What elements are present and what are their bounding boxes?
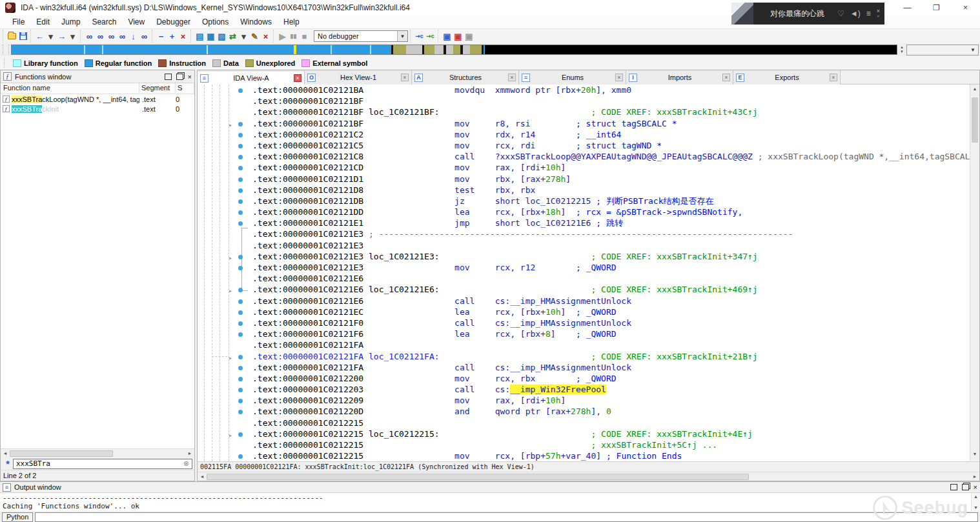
filter-input[interactable] bbox=[14, 459, 183, 468]
function-row[interactable]: ƒxxxSBTrackLoop(tagWND *, __int64, tagSB… bbox=[1, 94, 194, 104]
disasm-line[interactable]: ▸.text:00000001C0212215 loc_1C0212215: ;… bbox=[198, 428, 979, 439]
unhide-item-icon[interactable]: + bbox=[167, 31, 178, 42]
panel-float-icon[interactable] bbox=[176, 74, 183, 80]
breakpoint-delete-icon[interactable]: ▣ bbox=[464, 31, 475, 42]
panel-close-icon[interactable]: × bbox=[974, 484, 977, 490]
menu-view[interactable]: View bbox=[122, 17, 150, 26]
disasm-line[interactable]: .text:00000001C0212215 mov rcx, [rbp+57h… bbox=[198, 450, 979, 461]
disasm-line[interactable]: .text:00000001C02121C2 mov rdx, r14 ; __… bbox=[198, 129, 979, 140]
disasm-line[interactable]: .text:00000001C0212215 ; xxxSBTrackInit+… bbox=[198, 439, 979, 450]
output-window-titlebar[interactable]: ≡ Output window × bbox=[0, 482, 980, 493]
disasm-line[interactable]: .text:00000001C02121FA call cs:__imp_HMA… bbox=[198, 362, 979, 373]
menu-windows[interactable]: Windows bbox=[234, 17, 278, 26]
chart-functions-icon[interactable]: ▤ bbox=[194, 31, 205, 42]
save-file-icon[interactable] bbox=[17, 31, 28, 42]
disasm-line[interactable]: .text:00000001C02121D8 test rbx, rbx bbox=[198, 185, 979, 196]
disasm-line[interactable]: ▸.text:00000001C02121BF mov r8, rsi ; st… bbox=[198, 118, 979, 129]
function-row[interactable]: ƒxxxSBTrackInit.text0 bbox=[1, 104, 194, 114]
disasm-line[interactable]: .text:00000001C0212215 bbox=[198, 417, 979, 428]
disasm-line[interactable]: .text:00000001C02121E6 call cs:__imp_HMA… bbox=[198, 296, 979, 306]
disasm-line[interactable]: .text:00000001C02121E1 jmp short loc_1C0… bbox=[198, 217, 979, 228]
scroll-up-icon[interactable]: ▲ bbox=[974, 494, 978, 499]
tab-close-icon[interactable]: × bbox=[508, 74, 516, 81]
back-dropdown-icon[interactable]: ▾ bbox=[45, 31, 56, 42]
navigate-back-icon[interactable]: ← bbox=[34, 31, 45, 42]
scroll-up-icon[interactable]: ▲ bbox=[970, 85, 979, 94]
music-minimize-icon[interactable]: ▫ bbox=[877, 14, 879, 19]
disasm-line[interactable]: .text:00000001C02121F0 call cs:__imp_HMA… bbox=[198, 317, 979, 328]
menu-file[interactable]: File bbox=[6, 17, 30, 26]
tab-close-icon[interactable]: × bbox=[722, 74, 730, 81]
functions-hscrollbar[interactable]: ◄ ► bbox=[1, 448, 194, 457]
disasm-line[interactable]: .text:00000001C02121E3 mov rcx, r12 ; _Q… bbox=[198, 262, 979, 273]
scroll-left-icon[interactable]: ◄ bbox=[198, 474, 207, 479]
close-button[interactable]: × bbox=[951, 0, 980, 15]
menu-edit[interactable]: Edit bbox=[30, 17, 56, 26]
search-all-icon[interactable]: ∞ bbox=[139, 31, 150, 42]
disasm-line[interactable]: ▸.text:00000001C02121FA loc_1C02121FA: ;… bbox=[198, 351, 979, 362]
xrefs-to-icon[interactable]: ⇄ bbox=[227, 31, 238, 42]
search-text-icon[interactable]: ∞ bbox=[95, 31, 106, 42]
disasm-line[interactable]: .text:00000001C02121E3 bbox=[198, 240, 979, 251]
scrollbar-thumb[interactable] bbox=[207, 474, 749, 480]
panel-close-icon[interactable]: × bbox=[188, 74, 192, 80]
scroll-down-icon[interactable]: ▼ bbox=[974, 505, 978, 510]
step-into-c-icon[interactable]: ⇢c bbox=[414, 31, 425, 42]
disassembly-hscrollbar[interactable]: ◄ ► bbox=[198, 472, 979, 481]
disasm-line[interactable]: .text:00000001C02121BF bbox=[198, 95, 979, 106]
favorite-heart-icon[interactable]: ♡ bbox=[837, 9, 844, 18]
xrefs-dropdown-icon[interactable]: ▾ bbox=[238, 31, 249, 42]
tab-close-icon[interactable]: × bbox=[615, 74, 623, 81]
output-vscrollbar[interactable]: ▲ ▼ bbox=[971, 493, 980, 511]
disasm-line[interactable]: .text:00000001C02121DB jz short loc_1C02… bbox=[198, 196, 979, 206]
tab-close-icon[interactable]: × bbox=[401, 74, 409, 81]
breakpoint-add-icon[interactable]: ▣ bbox=[453, 31, 464, 42]
disasm-line[interactable]: .text:00000001C02121E3 ; ---------------… bbox=[198, 228, 979, 239]
panel-float-icon[interactable] bbox=[962, 484, 969, 490]
tab-hex-view[interactable]: OHex View-1× bbox=[305, 70, 412, 85]
disasm-line[interactable]: .text:00000001C02121C5 mov rcx, rdi ; st… bbox=[198, 140, 979, 151]
ida-view-a[interactable]: .text:00000001C02121BA movdqu xmmword pt… bbox=[198, 85, 979, 461]
tab-close-icon[interactable]: × bbox=[294, 74, 301, 82]
scroll-down-icon[interactable]: ▼ bbox=[970, 452, 979, 461]
scroll-right-icon[interactable]: ► bbox=[185, 451, 194, 456]
navband-zoom-arrows[interactable]: ▲▼ bbox=[899, 45, 905, 54]
tab-enums[interactable]: ≡Enums× bbox=[519, 70, 626, 85]
playlist-icon[interactable]: ≡ bbox=[866, 9, 871, 18]
jump-address-icon[interactable]: ↓ bbox=[128, 31, 139, 42]
cancel-action-icon[interactable]: × bbox=[260, 31, 271, 42]
disasm-line[interactable]: ▸.text:00000001C02121E3 loc_1C02121E3: ;… bbox=[198, 251, 979, 262]
clear-filter-icon[interactable]: ⊗ bbox=[183, 459, 192, 468]
search-names-icon[interactable]: ∞ bbox=[84, 31, 95, 42]
search-next-icon[interactable]: ∞ bbox=[117, 31, 128, 42]
scroll-right-icon[interactable]: ► bbox=[970, 474, 979, 479]
navband-select[interactable]: ▼ bbox=[906, 45, 979, 55]
menu-debugger[interactable]: Debugger bbox=[150, 17, 196, 26]
scrollbar-thumb[interactable] bbox=[10, 450, 113, 457]
menu-search[interactable]: Search bbox=[86, 17, 122, 26]
disasm-line[interactable]: .text:00000001C02121F6 lea rcx, [rbx+8] … bbox=[198, 328, 979, 339]
breakpoint-list-icon[interactable]: ▣ bbox=[442, 31, 453, 42]
disasm-line[interactable]: .text:00000001C0212200 mov rcx, rbx ; _Q… bbox=[198, 373, 979, 384]
debugger-start-icon[interactable]: ▶ bbox=[277, 31, 288, 42]
menu-jump[interactable]: Jump bbox=[56, 17, 86, 26]
disasm-line[interactable]: .text:00000001C02121C8 call ?xxxSBTrackL… bbox=[198, 151, 979, 162]
disasm-line[interactable]: .text:00000001C021220D and qword ptr [ra… bbox=[198, 406, 979, 417]
column-start[interactable]: S bbox=[176, 83, 194, 94]
debugger-select[interactable]: No debugger▼ bbox=[314, 30, 408, 42]
python-input[interactable] bbox=[35, 512, 978, 522]
disasm-line[interactable]: .text:00000001C02121EC lea rcx, [rbx+10h… bbox=[198, 306, 979, 317]
python-button[interactable]: Python bbox=[2, 512, 33, 522]
minimize-button[interactable]: — bbox=[893, 0, 922, 15]
disasm-line[interactable]: .text:00000001C02121D1 mov rbx, [rax+278… bbox=[198, 174, 979, 185]
navband-grip[interactable] bbox=[3, 45, 9, 55]
disasm-line[interactable]: .text:00000001C02121FA bbox=[198, 339, 979, 350]
hide-item-icon[interactable]: − bbox=[156, 31, 167, 42]
output-log[interactable]: ----------------------------------------… bbox=[0, 493, 980, 511]
disassembly-vscrollbar[interactable]: ▲ ▼ bbox=[970, 85, 979, 461]
disasm-line[interactable]: .text:00000001C0212209 mov rax, [rdi+10h… bbox=[198, 395, 979, 406]
menu-help[interactable]: Help bbox=[278, 17, 305, 26]
panel-maximize-icon[interactable] bbox=[165, 74, 172, 80]
disasm-line[interactable]: .text:00000001C02121DD lea rcx, [rbx+18h… bbox=[198, 206, 979, 217]
edit-segment-icon[interactable]: ✎ bbox=[249, 31, 260, 42]
